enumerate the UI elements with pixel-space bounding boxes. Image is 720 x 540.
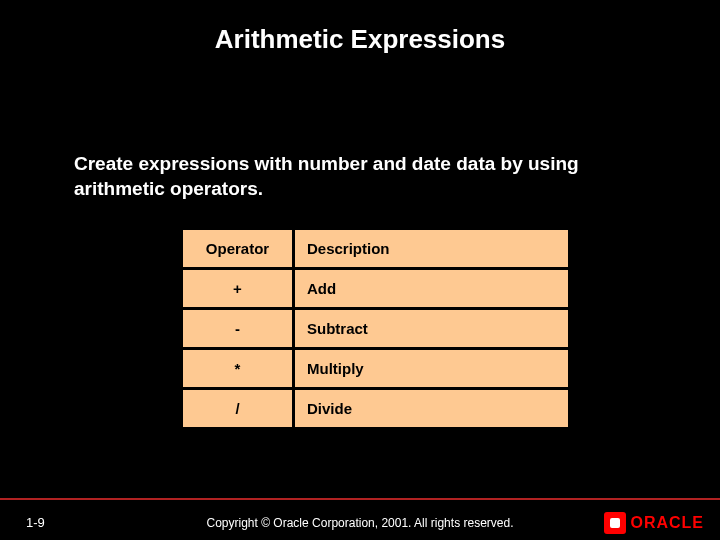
oracle-logo-icon [604, 512, 626, 534]
slide: Arithmetic Expressions Create expression… [0, 0, 720, 540]
cell-operator: + [182, 269, 294, 309]
footer-divider [0, 498, 720, 500]
slide-body-text: Create expressions with number and date … [74, 152, 648, 201]
cell-operator: * [182, 349, 294, 389]
cell-description: Add [294, 269, 570, 309]
slide-title: Arithmetic Expressions [0, 24, 720, 55]
table-header-description: Description [294, 229, 570, 269]
cell-operator: / [182, 389, 294, 429]
table-header-row: Operator Description [182, 229, 570, 269]
oracle-logo-text: ORACLE [630, 514, 704, 532]
table-row: + Add [182, 269, 570, 309]
table-row: * Multiply [182, 349, 570, 389]
footer: 1-9 Copyright © Oracle Corporation, 2001… [0, 498, 720, 540]
cell-description: Subtract [294, 309, 570, 349]
table-row: - Subtract [182, 309, 570, 349]
oracle-logo: ORACLE [604, 512, 704, 534]
operators-table: Operator Description + Add - Subtract * … [180, 227, 571, 430]
table-row: / Divide [182, 389, 570, 429]
table-header-operator: Operator [182, 229, 294, 269]
cell-operator: - [182, 309, 294, 349]
cell-description: Divide [294, 389, 570, 429]
cell-description: Multiply [294, 349, 570, 389]
